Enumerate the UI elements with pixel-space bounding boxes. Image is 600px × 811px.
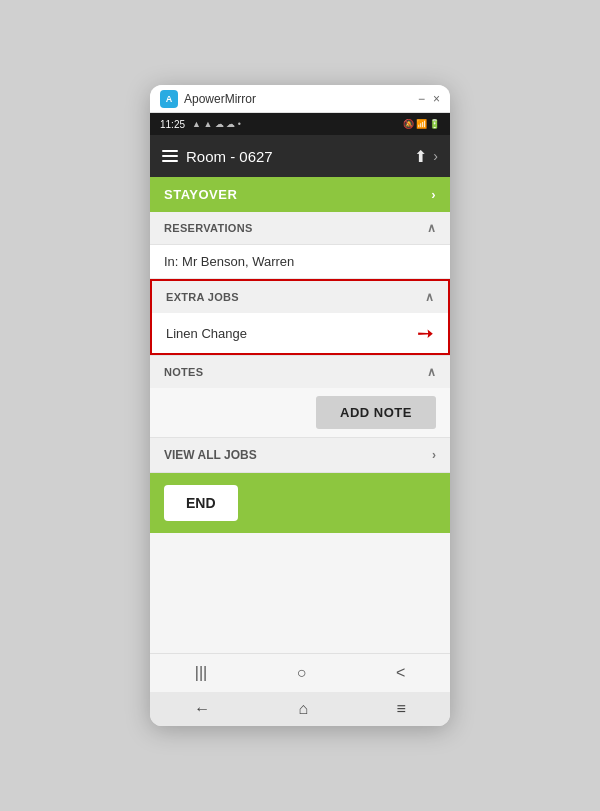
apow-controls: − × <box>418 92 440 106</box>
linen-change-row[interactable]: Linen Change ➙ <box>152 313 448 353</box>
notes-chevron-icon: ∧ <box>427 365 436 379</box>
bottom-bar: ← ⌂ ≡ <box>150 692 450 726</box>
notes-label: NOTES <box>164 366 203 378</box>
extra-jobs-label: EXTRA JOBS <box>166 291 239 303</box>
reservations-header[interactable]: RESERVATIONS ∧ <box>150 212 450 245</box>
stayover-banner[interactable]: STAYOVER › <box>150 177 450 212</box>
apowermirror-bar: A ApowerMirror − × <box>150 85 450 113</box>
add-note-button[interactable]: ADD NOTE <box>316 396 436 429</box>
notes-content: ADD NOTE <box>150 388 450 438</box>
stayover-label: STAYOVER <box>164 187 237 202</box>
extra-jobs-header[interactable]: EXTRA JOBS ∧ <box>152 281 448 313</box>
header-right: ⬆ › <box>414 147 438 166</box>
extra-jobs-block: EXTRA JOBS ∧ Linen Change ➙ <box>150 279 450 355</box>
stayover-chevron-icon: › <box>431 187 436 202</box>
hamburger-menu[interactable] <box>162 150 178 162</box>
red-arrow-icon: ➙ <box>417 323 434 343</box>
nav-home-circle-icon[interactable]: ○ <box>297 664 307 682</box>
apow-left: A ApowerMirror <box>160 90 256 108</box>
extra-jobs-chevron-icon: ∧ <box>425 290 434 304</box>
nav-bars-icon[interactable]: ||| <box>195 664 207 682</box>
header-chevron-icon[interactable]: › <box>433 148 438 164</box>
view-all-jobs-row[interactable]: VIEW ALL JOBS › <box>150 438 450 473</box>
android-nav-bar: ||| ○ < <box>150 653 450 692</box>
upload-icon[interactable]: ⬆ <box>414 147 427 166</box>
end-section: END <box>150 473 450 533</box>
reservations-chevron-icon: ∧ <box>427 221 436 235</box>
apow-title-text: ApowerMirror <box>184 92 256 106</box>
content-spacer <box>150 533 450 653</box>
reservations-label: RESERVATIONS <box>164 222 253 234</box>
view-all-label: VIEW ALL JOBS <box>164 448 257 462</box>
close-button[interactable]: × <box>433 92 440 106</box>
guest-name: In: Mr Benson, Warren <box>164 254 294 269</box>
phone-container: A ApowerMirror − × 11:25 ▲ ▲ ☁ ☁ • 🔕 📶 🔋… <box>150 85 450 726</box>
view-all-chevron-icon: › <box>432 448 436 462</box>
nav-back-icon[interactable]: < <box>396 664 405 682</box>
status-icons: 🔕 📶 🔋 <box>403 119 440 129</box>
header-left: Room - 0627 <box>162 148 273 165</box>
bottom-menu-icon[interactable]: ≡ <box>396 700 405 718</box>
status-time: 11:25 ▲ ▲ ☁ ☁ • <box>160 119 241 130</box>
bottom-back-icon[interactable]: ← <box>194 700 210 718</box>
status-bar: 11:25 ▲ ▲ ☁ ☁ • 🔕 📶 🔋 <box>150 113 450 135</box>
reservations-guest: In: Mr Benson, Warren <box>150 245 450 279</box>
notes-header[interactable]: NOTES ∧ <box>150 356 450 388</box>
linen-change-label: Linen Change <box>166 326 247 341</box>
apow-logo-text: A <box>166 94 173 104</box>
apow-logo: A <box>160 90 178 108</box>
bottom-home-icon[interactable]: ⌂ <box>298 700 308 718</box>
notes-section: NOTES ∧ ADD NOTE <box>150 355 450 438</box>
end-button[interactable]: END <box>164 485 238 521</box>
app-header: Room - 0627 ⬆ › <box>150 135 450 177</box>
room-title: Room - 0627 <box>186 148 273 165</box>
minimize-button[interactable]: − <box>418 92 425 106</box>
